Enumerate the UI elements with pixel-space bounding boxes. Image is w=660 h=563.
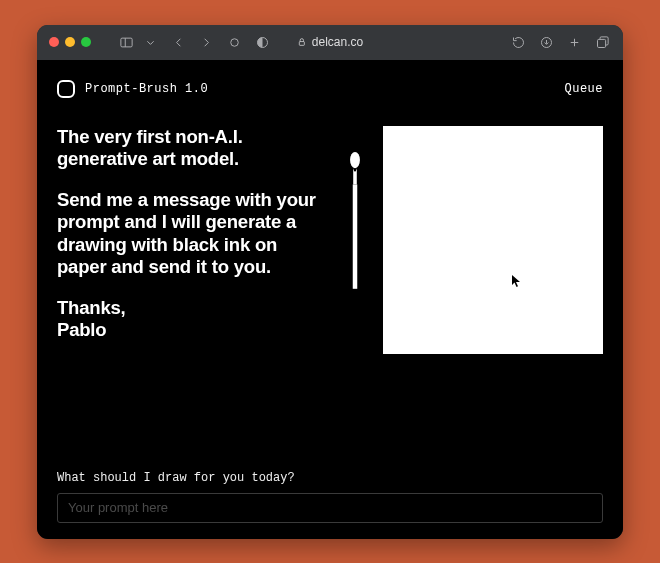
traffic-lights — [49, 37, 91, 47]
new-tab-icon[interactable] — [565, 33, 583, 51]
svg-rect-0 — [120, 38, 131, 47]
fullscreen-window-button[interactable] — [81, 37, 91, 47]
drawing-canvas — [383, 126, 603, 354]
page-content: Prompt-Brush 1.0 Queue The very first no… — [37, 60, 623, 539]
reader-icon[interactable] — [253, 33, 271, 51]
address-bar[interactable]: delcan.co — [297, 35, 363, 49]
url-host: delcan.co — [312, 35, 363, 49]
hero-line-3: Thanks, — [57, 297, 327, 320]
browser-toolbar: delcan.co — [37, 25, 623, 60]
minimize-window-button[interactable] — [65, 37, 75, 47]
reload-icon[interactable] — [509, 33, 527, 51]
app-header: Prompt-Brush 1.0 Queue — [57, 74, 603, 104]
svg-point-6 — [350, 152, 360, 168]
prompt-label: What should I draw for you today? — [57, 471, 603, 485]
hero-line-1: The very first non-A.I. generative art m… — [57, 126, 327, 171]
prompt-area: What should I draw for you today? — [57, 453, 603, 523]
app-title: Prompt-Brush 1.0 — [85, 82, 208, 96]
downloads-icon[interactable] — [537, 33, 555, 51]
prompt-input[interactable] — [57, 493, 603, 523]
app-logo-icon — [57, 80, 75, 98]
svg-rect-8 — [353, 184, 358, 288]
close-window-button[interactable] — [49, 37, 59, 47]
hero-text: The very first non-A.I. generative art m… — [57, 126, 327, 361]
svg-rect-7 — [353, 179, 357, 184]
forward-icon[interactable] — [197, 33, 215, 51]
lock-icon — [297, 37, 307, 47]
svg-rect-5 — [597, 39, 605, 47]
sidebar-icon[interactable] — [117, 33, 135, 51]
svg-rect-3 — [299, 42, 304, 46]
svg-point-1 — [230, 38, 238, 46]
cursor-icon — [511, 274, 521, 288]
chevron-down-icon[interactable] — [141, 33, 159, 51]
hero-line-4: Pablo — [57, 319, 327, 342]
brush-icon — [346, 144, 364, 361]
tabs-icon[interactable] — [593, 33, 611, 51]
queue-link[interactable]: Queue — [564, 82, 603, 96]
shield-icon[interactable] — [225, 33, 243, 51]
hero-line-2: Send me a message with your prompt and I… — [57, 189, 327, 279]
hero-section: The very first non-A.I. generative art m… — [57, 126, 603, 361]
browser-window: delcan.co Prompt-Brush 1.0 Queue — [37, 25, 623, 539]
brush-column — [341, 126, 369, 361]
back-icon[interactable] — [169, 33, 187, 51]
